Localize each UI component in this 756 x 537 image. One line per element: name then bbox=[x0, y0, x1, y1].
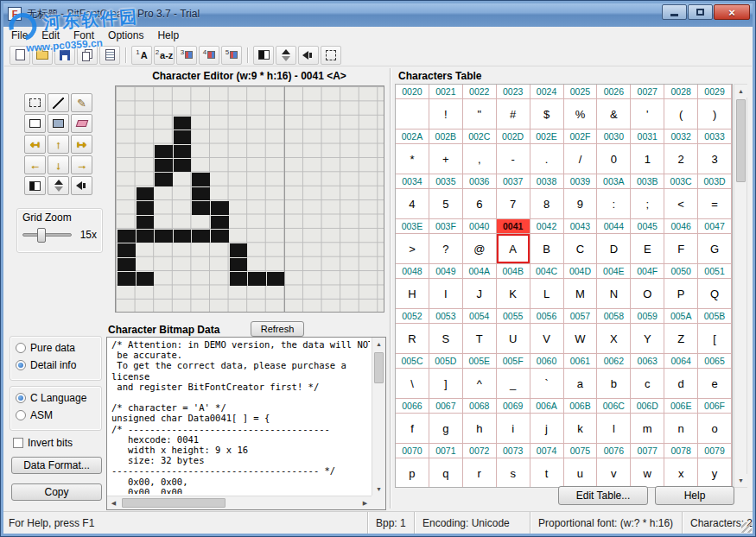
code-cell-0049[interactable]: 0049 bbox=[429, 264, 463, 279]
code-cell-004E[interactable]: 004E bbox=[597, 264, 631, 279]
char-cell-006A[interactable]: j bbox=[530, 414, 564, 444]
code-cell-0065[interactable]: 0065 bbox=[698, 354, 732, 369]
glyph-pixel[interactable] bbox=[137, 272, 155, 285]
code-cell-0033[interactable]: 0033 bbox=[698, 130, 732, 144]
menu-edit[interactable]: Edit bbox=[35, 28, 67, 43]
character-editor-canvas[interactable] bbox=[115, 85, 384, 313]
code-cell-0079[interactable]: 0079 bbox=[698, 444, 732, 458]
scroll-right-button[interactable]: ▶ bbox=[359, 496, 372, 509]
code-cell-0043[interactable]: 0043 bbox=[564, 219, 598, 234]
code-horizontal-scrollbar[interactable]: ◀ ▶ bbox=[107, 496, 372, 509]
scroll-up-button[interactable]: ▲ bbox=[734, 85, 747, 98]
code-cell-0024[interactable]: 0024 bbox=[530, 85, 564, 99]
shift-right-tool-button[interactable]: ↦ bbox=[71, 135, 92, 154]
code-cell-0021[interactable]: 0021 bbox=[429, 85, 463, 99]
code-cell-0074[interactable]: 0074 bbox=[530, 444, 564, 458]
char-cell-006D[interactable]: m bbox=[631, 414, 664, 444]
char-cell-0038[interactable]: 8 bbox=[530, 189, 564, 219]
code-cell-0031[interactable]: 0031 bbox=[631, 130, 664, 144]
view-grid-4-button[interactable]: 4 bbox=[199, 46, 219, 65]
char-cell-005A[interactable]: Z bbox=[664, 324, 698, 354]
char-cell-004B[interactable]: K bbox=[497, 279, 530, 309]
glyph-pixel[interactable] bbox=[137, 216, 155, 229]
invert-bits-checkbox[interactable] bbox=[13, 438, 23, 448]
copy-data-button[interactable]: Copy bbox=[11, 483, 102, 501]
char-cell-004A[interactable]: J bbox=[463, 279, 497, 309]
resize-grip[interactable] bbox=[741, 522, 752, 533]
char-cell-0050[interactable]: P bbox=[664, 279, 698, 309]
c-language-radio[interactable] bbox=[16, 393, 26, 403]
minimize-button[interactable] bbox=[662, 4, 687, 20]
char-cell-002F[interactable]: / bbox=[564, 144, 598, 174]
menu-file[interactable]: File bbox=[4, 28, 35, 43]
preview-button[interactable] bbox=[99, 46, 120, 65]
glyph-pixel[interactable] bbox=[192, 173, 210, 186]
char-cell-0057[interactable]: W bbox=[564, 324, 598, 354]
char-cell-0056[interactable]: V bbox=[530, 324, 564, 354]
code-cell-0044[interactable]: 0044 bbox=[597, 219, 631, 234]
char-cell-0024[interactable]: $ bbox=[530, 99, 564, 130]
table-vertical-scrollbar[interactable]: ▲ ▼ bbox=[734, 84, 747, 488]
char-cell-0064[interactable]: d bbox=[664, 369, 698, 399]
char-cell-0061[interactable]: a bbox=[564, 369, 598, 399]
char-cell-0054[interactable]: T bbox=[463, 324, 497, 354]
char-cell-0039[interactable]: 9 bbox=[564, 189, 598, 219]
code-cell-0026[interactable]: 0026 bbox=[597, 85, 631, 99]
char-cell-0046[interactable]: F bbox=[664, 234, 698, 264]
char-cell-002D[interactable]: - bbox=[497, 144, 530, 174]
char-cell-0042[interactable]: B bbox=[530, 234, 564, 264]
code-cell-004D[interactable]: 004D bbox=[564, 264, 598, 279]
code-cell-0059[interactable]: 0059 bbox=[631, 309, 664, 324]
char-cell-0026[interactable]: & bbox=[597, 99, 631, 130]
code-cell-003D[interactable]: 003D bbox=[698, 174, 732, 189]
code-cell-004A[interactable]: 004A bbox=[463, 264, 497, 279]
char-cell-003E[interactable]: > bbox=[396, 234, 429, 264]
selection-frame-button[interactable] bbox=[321, 46, 341, 65]
code-cell-0055[interactable]: 0055 bbox=[497, 309, 530, 324]
code-cell-0050[interactable]: 0050 bbox=[664, 264, 698, 279]
mirror-button[interactable] bbox=[298, 46, 319, 65]
char-cell-0028[interactable]: ( bbox=[664, 99, 698, 130]
char-cell-0025[interactable]: % bbox=[564, 99, 598, 130]
char-cell-0070[interactable]: p bbox=[396, 458, 429, 488]
scroll-left-button[interactable]: ◀ bbox=[107, 496, 120, 509]
code-cell-0078[interactable]: 0078 bbox=[664, 444, 698, 458]
invert-tool-button[interactable] bbox=[24, 176, 46, 195]
code-cell-006D[interactable]: 006D bbox=[631, 399, 664, 414]
code-cell-002E[interactable]: 002E bbox=[530, 130, 564, 144]
code-cell-005E[interactable]: 005E bbox=[463, 354, 497, 369]
glyph-pixel[interactable] bbox=[230, 272, 248, 285]
code-cell-0072[interactable]: 0072 bbox=[463, 444, 497, 458]
code-cell-0064[interactable]: 0064 bbox=[664, 354, 698, 369]
glyph-pixel[interactable] bbox=[118, 230, 136, 243]
char-cell-0075[interactable]: u bbox=[564, 458, 598, 488]
code-cell-002C[interactable]: 002C bbox=[463, 130, 497, 144]
menu-font[interactable]: Font bbox=[67, 28, 101, 43]
char-cell-0037[interactable]: 7 bbox=[497, 189, 530, 219]
char-cell-0049[interactable]: I bbox=[429, 279, 463, 309]
char-cell-0053[interactable]: S bbox=[429, 324, 463, 354]
char-cell-004E[interactable]: N bbox=[597, 279, 631, 309]
glyph-pixel[interactable] bbox=[267, 272, 285, 285]
char-cell-0059[interactable]: Y bbox=[631, 324, 664, 354]
scroll-thumb[interactable] bbox=[122, 498, 226, 508]
code-vertical-scrollbar[interactable]: ▲ ▼ bbox=[372, 338, 385, 496]
code-cell-006B[interactable]: 006B bbox=[564, 399, 598, 414]
char-cell-0065[interactable]: e bbox=[698, 369, 732, 399]
char-cell-0063[interactable]: c bbox=[631, 369, 664, 399]
char-cell-004D[interactable]: M bbox=[564, 279, 598, 309]
code-cell-0053[interactable]: 0053 bbox=[429, 309, 463, 324]
char-cell-003B[interactable]: ; bbox=[631, 189, 664, 219]
move-right-tool-button[interactable]: → bbox=[71, 155, 92, 174]
code-cell-003E[interactable]: 003E bbox=[396, 219, 429, 234]
move-left-tool-button[interactable]: ← bbox=[24, 155, 46, 174]
code-cell-005D[interactable]: 005D bbox=[429, 354, 463, 369]
code-cell-005F[interactable]: 005F bbox=[497, 354, 530, 369]
char-cell-002E[interactable]: . bbox=[530, 144, 564, 174]
char-cell-0041[interactable]: A bbox=[497, 234, 530, 264]
char-cell-004F[interactable]: O bbox=[631, 279, 664, 309]
code-cell-004F[interactable]: 004F bbox=[631, 264, 664, 279]
radio-c-language[interactable]: C Language bbox=[16, 392, 96, 404]
filled-rectangle-tool-button[interactable] bbox=[48, 114, 69, 133]
code-cell-004C[interactable]: 004C bbox=[530, 264, 564, 279]
